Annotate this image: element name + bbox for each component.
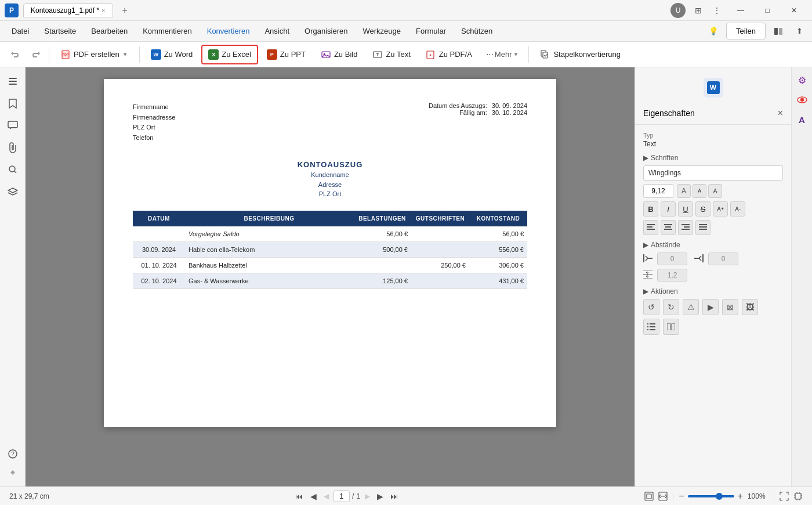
prev-page-btn[interactable]: ◀ <box>308 490 319 502</box>
to-ppt-label: Zu PPT <box>280 50 306 59</box>
first-page-btn[interactable]: ⏮ <box>293 490 306 502</box>
zoom-in-btn[interactable]: + <box>738 491 743 502</box>
fit-width-btn[interactable] <box>658 492 668 501</box>
svg-text:PDF: PDF <box>63 53 68 56</box>
action-crop-btn[interactable]: ⊠ <box>722 299 738 315</box>
last-page-btn[interactable]: ⏭ <box>388 490 401 502</box>
tab-close-btn[interactable]: × <box>102 7 105 14</box>
avatar[interactable]: U <box>670 3 686 18</box>
zoom-slider[interactable] <box>688 495 734 497</box>
menu-bearbeiten[interactable]: Bearbeiten <box>84 23 135 39</box>
menu-kommentieren[interactable]: Kommentieren <box>136 23 199 39</box>
to-pdfa-btn[interactable]: A Zu PDF/A <box>419 45 478 64</box>
panels-btn[interactable]: ⊞ <box>693 5 704 16</box>
align-left-btn[interactable] <box>643 220 658 235</box>
sidebar-collapse-btn[interactable] <box>3 463 22 482</box>
to-word-btn[interactable]: W Zu Word <box>144 45 200 64</box>
close-btn[interactable]: ✕ <box>781 0 807 21</box>
to-text-btn[interactable]: T Zu Text <box>366 45 416 64</box>
to-ppt-btn[interactable]: P Zu PPT <box>260 45 312 64</box>
page-separator: / <box>352 492 354 500</box>
right-icon-adjust-btn[interactable]: ⚙ <box>794 72 810 88</box>
svg-rect-32 <box>643 254 644 262</box>
to-image-btn[interactable]: Zu Bild <box>314 45 364 64</box>
action-columns-btn[interactable] <box>663 319 679 335</box>
action-alert-btn[interactable]: ⚠ <box>683 299 699 315</box>
strikethrough-btn[interactable]: S <box>695 201 710 217</box>
action-undo-btn[interactable]: ↺ <box>643 299 659 315</box>
to-excel-btn[interactable]: X Zu Excel <box>201 45 258 64</box>
ppt-icon: P <box>267 49 277 60</box>
fullscreen-btn[interactable] <box>780 492 789 501</box>
sidebar-comment-btn[interactable] <box>3 116 22 135</box>
font-size-strikethrough-btn[interactable]: A <box>708 184 722 198</box>
action-redo-btn[interactable]: ↻ <box>663 299 679 315</box>
menu-werkzeuge[interactable]: Werkzeuge <box>356 23 408 39</box>
batch-convert-btn[interactable]: Stapelkonvertierung <box>534 45 627 64</box>
menu-ansicht[interactable]: Ansicht <box>258 23 296 39</box>
fit-page-btn[interactable] <box>644 492 654 501</box>
split-view-icon[interactable] <box>770 23 786 39</box>
menu-formular[interactable]: Formular <box>409 23 453 39</box>
document-tab[interactable]: Kontoauszug1_1.pdf * × <box>23 3 113 17</box>
redo-btn[interactable] <box>27 47 44 62</box>
action-play-btn[interactable]: ▶ <box>702 299 719 315</box>
more-btn[interactable]: ⋯ Mehr ▼ <box>481 46 524 62</box>
menu-startseite[interactable]: Startseite <box>37 23 83 39</box>
menu-datei[interactable]: Datei <box>5 23 36 39</box>
pdf-create-btn[interactable]: PDF PDF erstellen ▼ <box>54 45 135 64</box>
indent-right-value[interactable]: 0 <box>708 252 738 265</box>
share-button[interactable]: Teilen <box>726 23 766 39</box>
undo-btn[interactable] <box>7 47 24 62</box>
align-justify-btn[interactable] <box>695 220 710 235</box>
italic-btn[interactable]: I <box>661 201 676 217</box>
action-image-btn[interactable]: 🖼 <box>742 299 758 315</box>
zoom-out-btn[interactable]: − <box>679 491 684 502</box>
upload-icon[interactable]: ⬆ <box>791 23 807 39</box>
superscript-btn[interactable]: A+ <box>713 201 728 217</box>
sidebar-attachment-btn[interactable] <box>3 138 22 157</box>
pdf-viewer[interactable]: Firmenname Firmenadresse PLZ Ort Telefon… <box>26 67 635 486</box>
bold-btn[interactable]: B <box>643 201 658 217</box>
font-size-box[interactable]: 9,12 <box>643 184 673 198</box>
sidebar-help-btn[interactable]: ? <box>3 445 22 463</box>
action-list-btn[interactable] <box>643 319 659 335</box>
to-excel-label: Zu Excel <box>222 50 251 59</box>
next-page-btn[interactable]: ▶ <box>375 490 386 502</box>
right-icon-a-btn[interactable]: A <box>794 111 810 128</box>
lightbulb-icon[interactable]: 💡 <box>705 23 722 39</box>
font-size-buttons: A A A <box>677 184 722 198</box>
maximize-btn[interactable]: □ <box>754 0 781 21</box>
svg-rect-46 <box>645 492 653 500</box>
panel-close-btn[interactable]: × <box>778 108 783 118</box>
sidebar-layers-btn[interactable] <box>3 182 22 201</box>
pdf-create-dropdown[interactable]: ▼ <box>122 51 128 57</box>
sidebar-nav-btn[interactable] <box>3 72 22 91</box>
minimize-btn[interactable]: — <box>727 0 754 21</box>
actual-size-btn[interactable] <box>793 492 803 501</box>
font-size-small-btn[interactable]: A <box>693 184 706 198</box>
menu-organisieren[interactable]: Organisieren <box>298 23 354 39</box>
svg-rect-26 <box>682 224 690 225</box>
indent-left-value[interactable]: 0 <box>657 252 687 265</box>
align-center-btn[interactable] <box>661 220 676 235</box>
align-right-btn[interactable] <box>678 220 693 235</box>
svg-rect-23 <box>664 224 672 225</box>
more-options-btn[interactable]: ⋮ <box>711 5 723 16</box>
next-btn-2[interactable]: ▶ <box>362 491 372 502</box>
right-icon-eye-btn[interactable] <box>794 92 810 108</box>
font-size-large-btn[interactable]: A <box>677 184 691 198</box>
new-tab-btn[interactable]: + <box>118 3 132 18</box>
page-input[interactable] <box>334 490 350 502</box>
sidebar-search-btn[interactable] <box>3 160 22 179</box>
line-height-value[interactable]: 1,2 <box>657 269 687 282</box>
svg-rect-28 <box>682 229 690 230</box>
menu-schutzen[interactable]: Schützen <box>454 23 499 39</box>
svg-rect-38 <box>647 326 648 327</box>
font-name-box[interactable]: Wingdings <box>643 165 783 181</box>
subscript-btn[interactable]: A- <box>730 201 745 217</box>
prev-btn-2[interactable]: ◀ <box>321 491 331 502</box>
underline-btn[interactable]: U <box>678 201 693 217</box>
menu-konvertieren[interactable]: Konvertieren <box>200 23 257 39</box>
sidebar-bookmark-btn[interactable] <box>3 94 22 113</box>
